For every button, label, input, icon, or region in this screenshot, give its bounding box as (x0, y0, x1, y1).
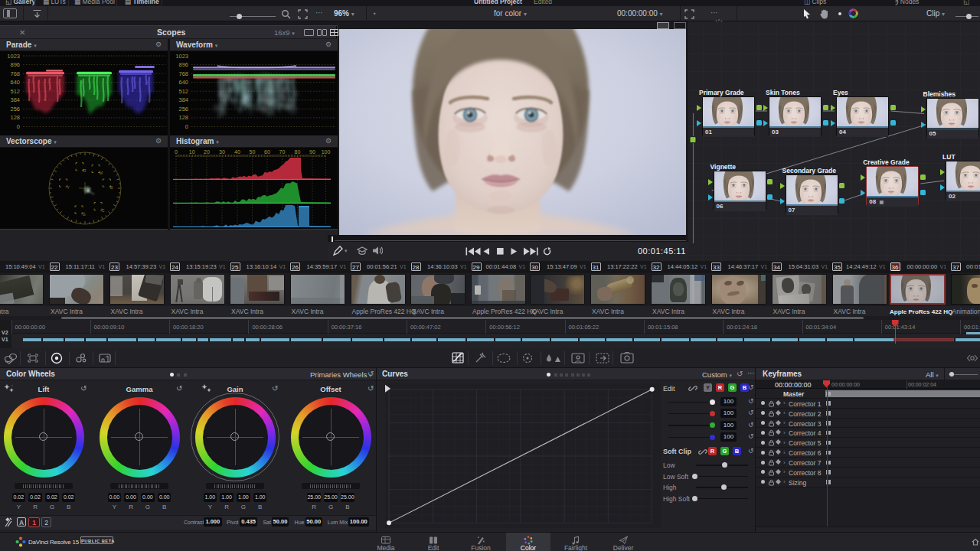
svg-text:512: 512 (178, 88, 188, 95)
svg-text:50: 50 (250, 149, 256, 155)
svg-text:0: 0 (185, 123, 188, 130)
svg-text:128: 128 (178, 114, 188, 121)
svg-text:128: 128 (10, 114, 20, 121)
svg-text:G: G (83, 212, 86, 217)
svg-text:1023: 1023 (175, 53, 188, 60)
svg-text:1023: 1023 (7, 53, 20, 60)
svg-text:896: 896 (10, 61, 20, 68)
svg-text:0: 0 (175, 149, 178, 155)
svg-text:Y: Y (67, 185, 70, 190)
svg-text:70: 70 (279, 149, 286, 155)
svg-text:640: 640 (178, 79, 188, 86)
svg-text:40: 40 (234, 149, 240, 155)
svg-text:256: 256 (10, 106, 20, 112)
svg-text:100: 100 (322, 149, 331, 155)
svg-text:R: R (83, 168, 87, 173)
svg-text:C: C (102, 208, 105, 213)
svg-text:384: 384 (10, 96, 20, 103)
svg-text:80: 80 (295, 149, 301, 155)
svg-text:B: B (110, 185, 113, 190)
svg-text:30: 30 (219, 149, 225, 155)
svg-text:M: M (100, 171, 103, 175)
svg-text:256: 256 (178, 106, 188, 112)
svg-text:384: 384 (178, 96, 188, 103)
svg-text:20: 20 (204, 149, 210, 155)
svg-text:60: 60 (264, 149, 270, 155)
svg-text:768: 768 (178, 70, 188, 77)
svg-text:512: 512 (10, 88, 20, 95)
svg-text:768: 768 (10, 70, 20, 77)
svg-text:10: 10 (189, 149, 195, 155)
svg-text:640: 640 (10, 79, 20, 86)
svg-text:896: 896 (178, 61, 188, 68)
svg-text:90: 90 (309, 149, 315, 155)
svg-text:0: 0 (17, 123, 20, 130)
